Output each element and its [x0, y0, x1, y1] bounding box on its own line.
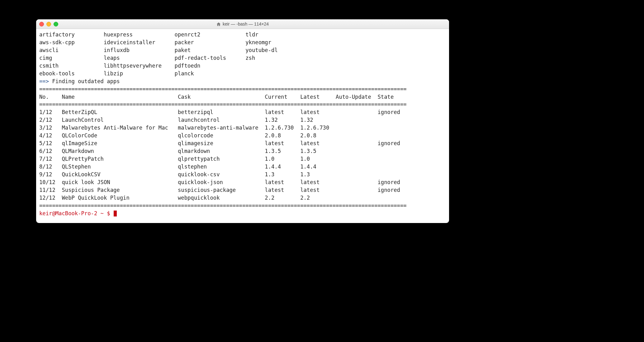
hr-bot: ========================================… [39, 202, 407, 209]
table-header: No. Name Cask Current Latest Auto-Update… [39, 94, 394, 100]
minimize-button[interactable] [46, 22, 51, 26]
title-text: keir — -bash — 114×24 [223, 21, 269, 26]
status-text: Finding outdated apps [49, 78, 120, 84]
hr-top: ========================================… [39, 86, 407, 92]
cursor [114, 211, 117, 216]
status-arrow: ==> [39, 78, 49, 84]
terminal-window: keir — -bash — 114×24 artifactory huexpr… [36, 19, 449, 223]
package-list: artifactory huexpress openrct2 tldr aws-… [39, 31, 278, 77]
close-button[interactable] [39, 22, 44, 26]
shell-prompt: keir@MacBook-Pro-2 ~ $ [39, 210, 113, 216]
hr-mid: ========================================… [39, 101, 407, 107]
home-icon [216, 21, 221, 26]
titlebar[interactable]: keir — -bash — 114×24 [36, 19, 449, 29]
terminal-body[interactable]: artifactory huexpress openrct2 tldr aws-… [36, 29, 449, 223]
traffic-lights [39, 22, 58, 26]
table-rows: 1/12 BetterZipQL betterzipql latest late… [39, 109, 400, 201]
maximize-button[interactable] [54, 22, 58, 26]
window-title: keir — -bash — 114×24 [36, 21, 449, 26]
